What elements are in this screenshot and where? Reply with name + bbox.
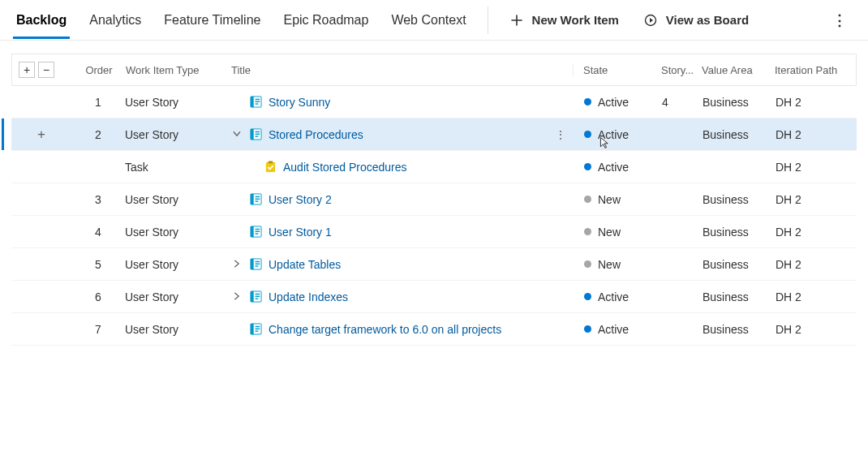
state-text: New xyxy=(598,193,621,206)
work-item-title-link[interactable]: Update Indexes xyxy=(269,290,348,303)
table-row[interactable]: +3User StoryUser Story 2⋮NewBusinessDH 2 xyxy=(11,183,857,216)
cell-title: Update Indexes xyxy=(222,290,552,303)
cell-order: 7 xyxy=(71,323,125,336)
work-item-title-link[interactable]: User Story 2 xyxy=(269,193,332,206)
view-as-board-label: View as Board xyxy=(666,13,749,27)
cell-state: Active xyxy=(574,161,662,174)
work-item-title-link[interactable]: Update Tables xyxy=(269,258,341,271)
cell-order: 3 xyxy=(71,193,125,206)
work-item-title-link[interactable]: Story Sunny xyxy=(269,96,330,109)
cell-iteration: DH 2 xyxy=(776,128,857,141)
state-text: Active xyxy=(598,290,629,303)
cell-title: User Story 2 xyxy=(222,193,552,206)
view-as-board-button[interactable]: View as Board xyxy=(643,13,749,28)
table-row[interactable]: +TaskAudit Stored Procedures⋮ActiveDH 2 xyxy=(11,151,857,183)
work-item-title-link[interactable]: User Story 1 xyxy=(269,226,332,239)
new-work-item-button[interactable]: New Work Item xyxy=(509,13,619,28)
col-header-type[interactable]: Work Item Type xyxy=(126,64,223,76)
table-row[interactable]: +6User StoryUpdate Indexes⋮ActiveBusines… xyxy=(11,281,857,313)
cell-order: 4 xyxy=(71,226,125,239)
tab-feature-timeline[interactable]: Feature Timeline xyxy=(164,3,260,37)
add-child-button[interactable]: + xyxy=(11,127,71,143)
cell-type: User Story xyxy=(125,128,222,141)
tab-analytics[interactable]: Analytics xyxy=(89,3,141,37)
state-dot-icon xyxy=(584,98,591,105)
cell-iteration: DH 2 xyxy=(776,323,857,336)
cell-iteration: DH 2 xyxy=(776,96,857,109)
cell-title: Update Tables xyxy=(222,258,552,271)
cell-order: 2 xyxy=(71,128,125,141)
user-story-icon xyxy=(250,96,262,108)
state-text: Active xyxy=(598,128,629,141)
col-header-iteration[interactable]: Iteration Path xyxy=(775,64,856,76)
cell-type: User Story xyxy=(125,290,222,303)
cell-state: Active xyxy=(574,128,662,141)
cell-state: Active xyxy=(574,290,662,303)
col-header-order[interactable]: Order xyxy=(72,64,126,76)
cell-value-area: Business xyxy=(703,290,776,303)
cell-value-area: Business xyxy=(703,96,776,109)
col-header-state[interactable]: State xyxy=(574,64,661,76)
cell-state: Active xyxy=(574,96,662,109)
state-dot-icon xyxy=(584,228,591,235)
cell-value-area: Business xyxy=(703,128,776,141)
state-text: New xyxy=(598,226,621,239)
work-item-title-link[interactable]: Stored Procedures xyxy=(269,128,363,141)
table-row[interactable]: +5User StoryUpdate Tables⋮NewBusinessDH … xyxy=(11,248,857,281)
state-dot-icon xyxy=(584,196,591,203)
cell-order: 6 xyxy=(71,290,125,303)
col-header-storypoints[interactable]: Story... xyxy=(661,64,702,76)
cell-iteration: DH 2 xyxy=(776,193,857,206)
tab-epic-roadmap[interactable]: Epic Roadmap xyxy=(283,3,368,37)
state-text: New xyxy=(598,258,621,271)
state-text: Active xyxy=(598,96,629,109)
cell-value-area: Business xyxy=(703,193,776,206)
cell-type: User Story xyxy=(125,96,222,109)
cell-value-area: Business xyxy=(703,226,776,239)
state-dot-icon xyxy=(584,260,591,268)
top-actions: New Work Item View as Board xyxy=(509,13,750,28)
board-icon xyxy=(643,13,658,28)
state-text: Active xyxy=(598,323,629,336)
more-options-button[interactable]: ⋮ xyxy=(827,6,852,34)
col-header-value[interactable]: Value Area xyxy=(702,64,775,76)
user-story-icon xyxy=(250,128,262,140)
tab-web-context[interactable]: Web Context xyxy=(391,3,466,37)
expand-all-button[interactable]: + xyxy=(19,62,35,78)
chevron-right-icon[interactable] xyxy=(230,291,243,301)
cell-title: Story Sunny xyxy=(222,96,552,109)
table-row[interactable]: +4User StoryUser Story 1⋮NewBusinessDH 2 xyxy=(11,216,857,248)
cell-title: Stored Procedures xyxy=(222,128,552,141)
user-story-icon xyxy=(250,193,262,205)
cell-iteration: DH 2 xyxy=(776,161,857,174)
table-row[interactable]: +7User StoryChange target framework to 6… xyxy=(11,313,857,346)
chevron-right-icon[interactable] xyxy=(230,259,243,269)
col-header-title[interactable]: Title xyxy=(223,64,574,76)
work-item-title-link[interactable]: Change target framework to 6.0 on all pr… xyxy=(269,323,501,336)
row-more-options-button[interactable]: ⋮ xyxy=(552,128,569,141)
top-bar: BacklogAnalyticsFeature TimelineEpic Roa… xyxy=(0,0,868,41)
collapse-all-button[interactable]: − xyxy=(38,62,54,78)
cell-story-points: 4 xyxy=(662,96,703,109)
chevron-down-icon[interactable] xyxy=(230,129,243,139)
cell-state: New xyxy=(574,226,662,239)
cell-title: Audit Stored Procedures xyxy=(222,161,552,174)
user-story-icon xyxy=(250,258,262,270)
state-dot-icon xyxy=(584,163,591,170)
cell-value-area: Business xyxy=(703,323,776,336)
plus-icon xyxy=(509,13,524,28)
divider xyxy=(488,6,488,34)
cell-type: User Story xyxy=(125,323,222,336)
cell-state: New xyxy=(574,258,662,271)
grid-header: + − Order Work Item Type Title State Sto… xyxy=(11,54,857,86)
table-row[interactable]: +2User StoryStored Procedures⋮ActiveBusi… xyxy=(11,118,857,151)
cell-iteration: DH 2 xyxy=(776,258,857,271)
new-work-item-label: New Work Item xyxy=(532,13,619,27)
nav-tabs: BacklogAnalyticsFeature TimelineEpic Roa… xyxy=(16,3,466,37)
user-story-icon xyxy=(250,290,262,303)
tab-backlog[interactable]: Backlog xyxy=(16,3,67,37)
backlog-grid: + − Order Work Item Type Title State Sto… xyxy=(0,41,868,346)
work-item-title-link[interactable]: Audit Stored Procedures xyxy=(283,161,407,174)
cell-iteration: DH 2 xyxy=(776,290,857,303)
table-row[interactable]: +1User StoryStory Sunny⋮Active4BusinessD… xyxy=(11,86,857,118)
